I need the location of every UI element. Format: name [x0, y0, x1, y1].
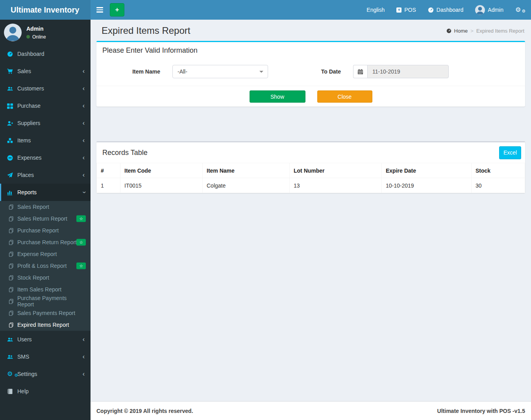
submenu-label: Item Sales Report: [17, 286, 61, 293]
report-files-icon: [9, 287, 17, 292]
settings-gears-icon[interactable]: ⚙ ⚙: [515, 7, 525, 13]
quick-add-button[interactable]: +: [110, 3, 124, 17]
cell-expire-date: 10-10-2019: [382, 178, 472, 193]
submenu-label: Sales Return Report: [17, 216, 67, 222]
submenu-label: Stock Report: [17, 274, 49, 281]
pos-link[interactable]: + POS: [396, 7, 416, 13]
chevron-left-icon: ‹: [83, 371, 85, 377]
excel-export-button[interactable]: Excel: [499, 146, 521, 159]
to-date-input[interactable]: [367, 65, 449, 78]
sidebar-item-purchase[interactable]: Purchase ‹: [0, 97, 91, 114]
report-files-icon: [9, 322, 17, 328]
sidebar-item-places[interactable]: Places ‹: [0, 166, 91, 184]
menu-label: Purchase: [17, 103, 41, 109]
submenu-purchase-report[interactable]: Purchase Report: [0, 225, 91, 236]
sidebar-user-status[interactable]: Online: [26, 34, 46, 40]
chevron-down-icon: [259, 71, 263, 73]
cell-item-name: Colgate: [203, 178, 290, 193]
menu-label: Dashboard: [17, 51, 44, 57]
submenu-label: Purchase Report: [17, 227, 59, 234]
to-date-group: [353, 65, 449, 78]
sidebar-item-expenses[interactable]: Expenses ‹: [0, 149, 91, 166]
app-logo[interactable]: Ultimate Inventory: [0, 0, 91, 20]
submenu-label: Profit & Loss Report: [17, 263, 67, 269]
to-date-label: To Date: [268, 68, 341, 75]
submenu-expired-items-report[interactable]: Expired Items Report: [0, 319, 91, 331]
cell-index: 1: [97, 178, 120, 193]
language-menu[interactable]: English: [366, 7, 385, 13]
sidebar-toggle-button[interactable]: [91, 0, 109, 20]
dashboard-link[interactable]: Dashboard: [428, 7, 464, 13]
submenu-sales-payments-report[interactable]: Sales Payments Report: [0, 307, 91, 319]
copyright-text: Copyright © 2019 All rights reserved.: [96, 408, 193, 414]
report-files-icon: [9, 216, 17, 221]
chevron-left-icon: ‹: [83, 103, 85, 109]
col-header-item-name[interactable]: Item Name: [203, 163, 290, 178]
sidebar-item-reports[interactable]: Reports ‹: [0, 184, 91, 201]
submenu-expense-report[interactable]: Expense Report: [0, 248, 91, 260]
item-name-select[interactable]: -All-: [172, 65, 268, 78]
col-header-index[interactable]: #: [97, 163, 120, 178]
item-name-label: Item Name: [96, 68, 160, 75]
submenu-stock-report[interactable]: Stock Report: [0, 272, 91, 284]
submenu-profit-loss-report[interactable]: Profit & Loss Report ☆: [0, 260, 91, 272]
table-row[interactable]: 1 IT0015 Colgate 13 10-10-2019 30: [97, 178, 525, 193]
report-files-icon: [9, 204, 17, 210]
user-menu[interactable]: Admin: [475, 5, 503, 15]
reports-submenu: Sales Report Sales Return Report ☆ Purch…: [0, 201, 91, 331]
close-button[interactable]: Close: [317, 90, 372, 103]
menu-label: Suppliers: [17, 120, 40, 126]
chevron-left-icon: ‹: [83, 85, 85, 92]
menu-label: Settings: [17, 371, 37, 377]
sidebar-item-dashboard[interactable]: Dashboard: [0, 45, 91, 63]
submenu-purchase-payments-report[interactable]: Purchase Payments Report: [0, 295, 91, 307]
records-table: # Item Code Item Name Lot Number Expire …: [96, 163, 525, 193]
sidebar-item-sales[interactable]: Sales ‹: [0, 63, 91, 80]
col-header-lot-number[interactable]: Lot Number: [290, 163, 382, 178]
submenu-purchase-return-report[interactable]: Purchase Return Report ☆: [0, 236, 91, 248]
cell-lot-number: 13: [290, 178, 382, 193]
sidebar-item-settings[interactable]: ⚙⚙ Settings ‹: [0, 365, 91, 383]
chevron-left-icon: ‹: [83, 120, 85, 126]
submenu-sales-return-report[interactable]: Sales Return Report ☆: [0, 213, 91, 225]
breadcrumb-home-link[interactable]: Home: [454, 28, 468, 34]
version-text: -v1.5: [512, 408, 525, 414]
sidebar-item-customers[interactable]: Customers ‹: [0, 80, 91, 97]
sidebar-avatar: [4, 24, 22, 41]
records-panel: Records Table Excel # Item Code Item Nam…: [96, 141, 525, 193]
gear-icon: ⚙: [515, 6, 521, 13]
sidebar-item-sms[interactable]: SMS ‹: [0, 348, 91, 365]
submenu-sales-report[interactable]: Sales Report: [0, 201, 91, 213]
sidebar-user-name: Admin: [26, 26, 46, 32]
submenu-label: Purchase Return Report: [17, 239, 77, 245]
sidebar-item-users[interactable]: Users ‹: [0, 331, 91, 348]
menu-label: Places: [17, 172, 34, 178]
col-header-stock[interactable]: Stock: [472, 163, 525, 178]
menu-label: Users: [17, 336, 32, 343]
breadcrumb-separator: >: [470, 28, 474, 34]
chevron-left-icon: ‹: [83, 336, 85, 343]
sidebar: Admin Online Dashboard Sales ‹: [0, 20, 91, 420]
minus-circle-icon: [7, 155, 17, 161]
sidebar-menu-bottom: Users ‹ SMS ‹ ⚙⚙ Settings ‹: [0, 331, 91, 400]
menu-label: Items: [17, 137, 31, 144]
col-header-item-code[interactable]: Item Code: [120, 163, 203, 178]
records-table-header-row: # Item Code Item Name Lot Number Expire …: [97, 163, 525, 178]
submenu-item-sales-report[interactable]: Item Sales Report: [0, 284, 91, 295]
user-menu-label: Admin: [488, 7, 503, 13]
user-plus-icon: [7, 120, 17, 126]
submenu-label: Purchase Payments Report: [17, 295, 85, 308]
sidebar-item-help[interactable]: Help: [0, 383, 91, 400]
col-header-expire-date[interactable]: Expire Date: [382, 163, 472, 178]
tachometer-icon: [7, 51, 17, 57]
breadcrumb-current: Expired Items Report: [476, 28, 524, 34]
page-footer: Copyright © 2019 All rights reserved. Ul…: [91, 401, 531, 420]
sidebar-item-suppliers[interactable]: Suppliers ‹: [0, 114, 91, 132]
report-files-icon: [9, 299, 17, 304]
item-name-selected-value: -All-: [178, 68, 187, 75]
bar-chart-icon: [7, 190, 17, 195]
menu-label: Expenses: [17, 155, 41, 161]
show-button[interactable]: Show: [250, 90, 305, 103]
sidebar-item-items[interactable]: Items ‹: [0, 132, 91, 149]
cubes-icon: [7, 138, 17, 144]
